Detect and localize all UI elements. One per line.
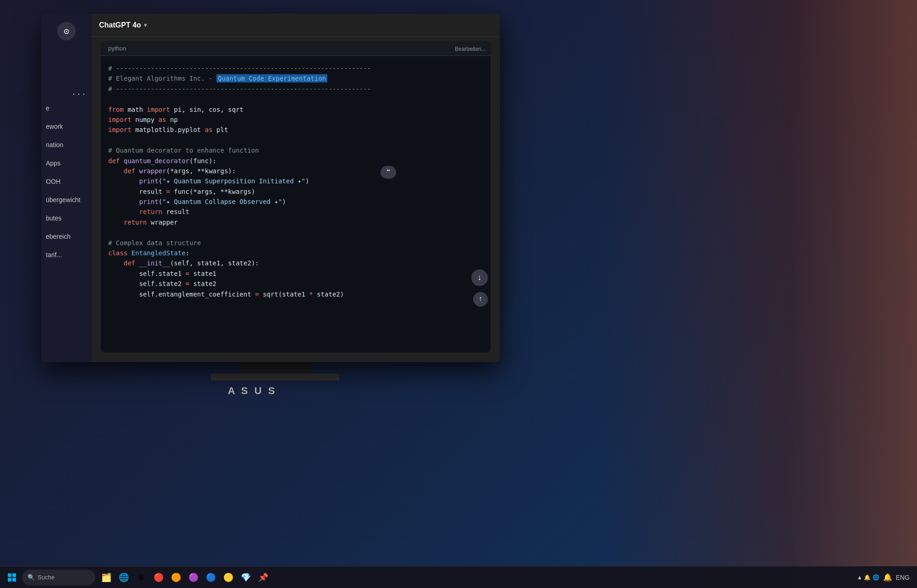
sidebar-item-ework[interactable]: ework <box>41 117 92 136</box>
monitor-bezel: ⊙ ··· e ework nation Apps <box>41 14 500 362</box>
svg-rect-1 <box>12 573 16 577</box>
monitor-base <box>211 374 339 380</box>
code-line-16: return wrapper <box>108 217 483 227</box>
sidebar-more-button[interactable]: ··· <box>41 90 92 99</box>
asus-brand-text: A S U S <box>228 385 277 396</box>
code-line-18: # Complex data structure <box>108 238 483 248</box>
sidebar-item-tarif[interactable]: tarif... <box>41 246 92 264</box>
code-edit-button[interactable]: Bearbeiten... <box>455 46 486 52</box>
taskbar-icon-8[interactable]: 🟡 <box>221 570 236 585</box>
code-line-19: class EntangledState: <box>108 248 483 258</box>
windows-logo-icon <box>7 573 17 582</box>
windows-taskbar: 🔍 Suche 🗂️ 🌐 ⚙️ 🔴 🟠 🟣 🔵 🟡 💎 📌 ▲ 🔔 🌐 🔔 EN… <box>0 566 917 588</box>
system-tray: ▲ 🔔 🌐 🔔 ENG <box>857 573 913 582</box>
code-line-17 <box>108 227 483 237</box>
taskbar-search-bar[interactable]: 🔍 Suche <box>22 570 95 585</box>
code-line-5: from math import pi, sin, cos, sqrt <box>108 104 483 115</box>
asus-logo: A S U S <box>215 385 289 397</box>
start-button[interactable] <box>4 569 20 586</box>
code-line-12: print("✦ Quantum Superposition Initiated… <box>108 176 483 186</box>
code-content[interactable]: # --------------------------------------… <box>101 56 491 348</box>
quote-button[interactable]: ❝ <box>381 166 396 179</box>
sidebar-item-ooh[interactable]: OOH <box>41 172 92 191</box>
quote-icon: ❝ <box>386 169 391 177</box>
sidebar-item-nation[interactable]: nation <box>41 136 92 154</box>
sidebar-item-apps[interactable]: Apps <box>41 154 92 172</box>
taskbar-icon-5[interactable]: 🟠 <box>169 570 183 585</box>
code-line-10: def quantum_decorator(func): <box>108 156 483 166</box>
code-line-14: print("✦ Quantum Collapse Observed ✦") <box>108 197 483 207</box>
code-block-container: python Bearbeiten... # -----------------… <box>92 37 500 357</box>
code-line-2: # Elegant Algorithms Inc. - Quantum Code… <box>108 73 483 83</box>
taskbar-explorer-icon[interactable]: 🗂️ <box>99 570 114 585</box>
sidebar-item-uebergewicht[interactable]: übergewicht <box>41 191 92 209</box>
code-line-22: self.state2 = state2 <box>108 279 483 289</box>
search-icon: 🔍 <box>28 574 35 581</box>
code-line-4 <box>108 94 483 104</box>
code-line-1: # --------------------------------------… <box>108 63 483 73</box>
scroll-up-button[interactable]: ↑ <box>473 292 488 307</box>
taskbar-icon-7[interactable]: 🔵 <box>204 570 218 585</box>
sidebar-item-ebereich[interactable]: ebereich <box>41 227 92 246</box>
scroll-up-icon: ↑ <box>478 295 483 303</box>
taskbar-icon-9[interactable]: 💎 <box>238 570 253 585</box>
sidebar-item-e[interactable]: e <box>41 99 92 117</box>
chatgpt-input-area: 📎 Sende eine Nachricht an ChatGPT ↑ Chat… <box>92 357 500 362</box>
person-silhouette <box>596 0 917 588</box>
svg-rect-0 <box>8 573 11 577</box>
chatgpt-logo: ⊙ <box>57 22 76 40</box>
sidebar-item-butes[interactable]: butes <box>41 209 92 227</box>
chatgpt-main-panel: ChatGPT 4o ▾ python Bearbeiten... # ----… <box>92 14 500 362</box>
monitor-stand <box>238 361 312 375</box>
svg-rect-2 <box>8 578 11 582</box>
code-line-3: # --------------------------------------… <box>108 84 483 94</box>
code-line-21: self.state1 = state1 <box>108 269 483 279</box>
taskbar-icon-10[interactable]: 📌 <box>256 570 271 585</box>
taskbar-settings-icon[interactable]: ⚙️ <box>134 570 149 585</box>
code-line-20: def __init__(self, state1, state2): <box>108 258 483 268</box>
code-line-13: result = func(*args, **kwargs) <box>108 187 483 197</box>
chatgpt-header: ChatGPT 4o ▾ <box>92 14 500 37</box>
model-selector[interactable]: ChatGPT 4o ▾ <box>99 21 147 29</box>
language-icon: ENG <box>896 574 910 581</box>
svg-rect-3 <box>12 578 16 582</box>
code-line-23: self.entanglement_coefficient = sqrt(sta… <box>108 289 483 299</box>
more-icon: ··· <box>72 90 86 99</box>
code-line-11: def wrapper(*args, **kwargs): <box>108 166 483 176</box>
chevron-down-icon: ▾ <box>144 22 147 28</box>
code-language-label: python <box>108 45 126 52</box>
chatgpt-sidebar: ⊙ ··· e ework nation Apps <box>41 14 92 362</box>
model-name: ChatGPT 4o <box>99 21 141 29</box>
tray-icons: ▲ 🔔 🌐 <box>857 574 879 581</box>
taskbar-app-icons: 🗂️ 🌐 ⚙️ 🔴 🟠 🟣 🔵 🟡 💎 📌 <box>99 570 271 585</box>
search-label: Suche <box>38 574 55 581</box>
notification-icon[interactable]: 🔔 <box>883 573 892 582</box>
logo-icon: ⊙ <box>64 26 69 37</box>
monitor-screen: ⊙ ··· e ework nation Apps <box>41 14 500 362</box>
taskbar-icon-4[interactable]: 🔴 <box>151 570 166 585</box>
scroll-down-button[interactable]: ↓ <box>471 269 488 286</box>
taskbar-icon-6[interactable]: 🟣 <box>186 570 201 585</box>
code-line-9: # Quantum decorator to enhance function <box>108 145 483 155</box>
code-line-8 <box>108 135 483 145</box>
code-line-7: import matplotlib.pyplot as plt <box>108 125 483 135</box>
code-block: python Bearbeiten... # -----------------… <box>101 41 491 352</box>
code-line-15: return result <box>108 207 483 217</box>
code-block-header: python Bearbeiten... <box>101 41 491 56</box>
taskbar-edge-icon[interactable]: 🌐 <box>116 570 131 585</box>
code-line-6: import numpy as np <box>108 115 483 125</box>
scroll-down-icon: ↓ <box>477 273 482 282</box>
